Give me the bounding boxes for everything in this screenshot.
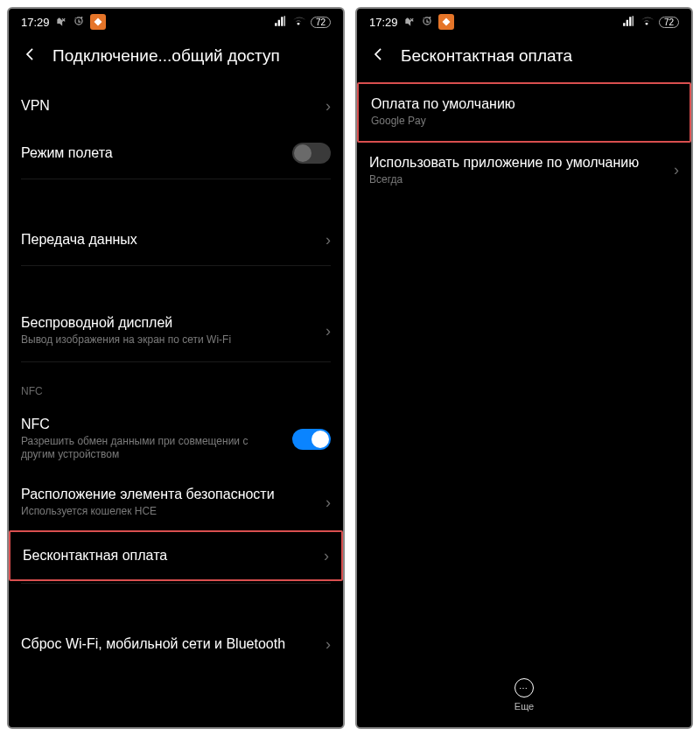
signal-icon [622, 15, 634, 30]
divider [21, 265, 331, 266]
row-reset[interactable]: Сброс Wi-Fi, мобильной сети и Bluetooth … [21, 620, 331, 668]
app-icon [90, 14, 106, 30]
row-label: VPN [21, 98, 317, 114]
divider [21, 583, 331, 584]
wifi-icon [291, 15, 305, 30]
row-vpn[interactable]: VPN › [21, 82, 331, 130]
divider [21, 361, 331, 362]
highlight-contactless: Бесконтактная оплата › [9, 530, 343, 581]
row-airplane[interactable]: Режим полета [21, 130, 331, 177]
row-label: Сброс Wi-Fi, мобильной сети и Bluetooth [21, 636, 317, 652]
mute-icon [403, 15, 416, 30]
phone-left: 17:29 72 Подключение...общий доступ [7, 7, 345, 729]
row-sublabel: Google Pay [371, 115, 668, 129]
header: Подключение...общий доступ [9, 35, 343, 82]
chevron-right-icon: › [326, 635, 331, 654]
chevron-right-icon: › [326, 322, 331, 340]
page-title: Бесконтактная оплата [401, 46, 572, 66]
row-use-default-app[interactable]: Использовать приложение по умолчанию Все… [369, 143, 679, 200]
row-sublabel: Вывод изображения на экран по сети Wi-Fi [21, 333, 317, 347]
more-icon: ⋯ [514, 678, 534, 697]
row-security[interactable]: Расположение элемента безопасности Испол… [21, 474, 331, 531]
header: Бесконтактная оплата [357, 35, 691, 82]
status-time: 17:29 [21, 16, 50, 29]
status-bar: 17:29 72 [9, 9, 343, 35]
wifi-icon [640, 15, 654, 30]
status-time: 17:29 [369, 16, 398, 29]
more-label: Еще [514, 701, 534, 711]
row-sublabel: Всегда [369, 173, 665, 187]
status-bar: 17:29 72 [357, 9, 691, 35]
chevron-right-icon: › [326, 494, 331, 512]
airplane-toggle[interactable] [292, 143, 331, 164]
row-label: Режим полета [21, 145, 284, 161]
more-button[interactable]: ⋯ Еще [514, 678, 534, 711]
back-button[interactable] [21, 44, 38, 68]
nfc-toggle[interactable] [292, 429, 331, 450]
mute-icon [55, 15, 67, 30]
chevron-right-icon: › [674, 161, 679, 179]
row-label: Бесконтактная оплата [23, 548, 315, 564]
back-button[interactable] [369, 44, 387, 68]
row-cast[interactable]: Беспроводной дисплей Вывод изображения н… [21, 303, 331, 360]
chevron-right-icon: › [326, 231, 331, 249]
highlight-default-payment: Оплата по умолчанию Google Pay [357, 82, 691, 143]
chevron-right-icon: › [324, 547, 329, 565]
bottom-bar: ⋯ Еще [357, 666, 691, 727]
row-label: Оплата по умолчанию [371, 96, 668, 112]
row-label: Передача данных [21, 232, 317, 248]
row-sublabel: Используется кошелек HCE [21, 505, 317, 519]
chevron-right-icon: › [326, 97, 331, 116]
section-label-nfc: NFC [21, 364, 331, 404]
alarm-icon [421, 15, 433, 30]
row-sublabel: Разрешить обмен данными при совмещении с… [21, 435, 284, 462]
alarm-icon [73, 15, 85, 30]
battery-indicator: 72 [659, 17, 679, 28]
page-title: Подключение...общий доступ [52, 46, 280, 66]
row-label: Использовать приложение по умолчанию [369, 155, 665, 171]
row-data[interactable]: Передача данных › [21, 216, 331, 263]
divider [21, 179, 331, 179]
row-label: Беспроводной дисплей [21, 315, 317, 331]
phone-right: 17:29 72 Бесконтактная оплата [355, 7, 693, 729]
row-label: Расположение элемента безопасности [21, 487, 317, 502]
signal-icon [274, 15, 286, 30]
row-nfc[interactable]: NFC Разрешить обмен данными при совмещен… [21, 404, 331, 474]
row-default-payment[interactable]: Оплата по умолчанию Google Pay [371, 84, 677, 141]
app-icon [438, 14, 454, 30]
row-label: NFC [21, 417, 284, 432]
row-contactless[interactable]: Бесконтактная оплата › [23, 532, 329, 579]
battery-indicator: 72 [311, 17, 331, 28]
